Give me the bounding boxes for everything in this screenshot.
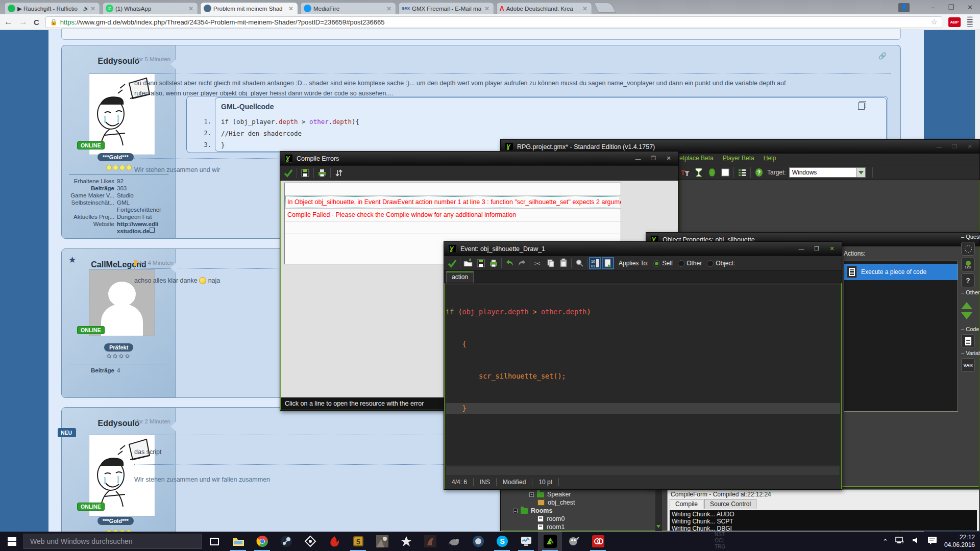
taskbar-gamemaker[interactable] [538, 532, 562, 551]
tree-item-speaker[interactable]: +Speaker [506, 490, 659, 498]
tray-network-icon[interactable] [895, 536, 905, 546]
dropdown-arrow-icon[interactable] [856, 168, 865, 177]
tab-adobe[interactable]: A Adobe Deutschland: Krea ✕ [496, 2, 592, 14]
taskbar-chrome[interactable] [250, 532, 274, 551]
chrome-menu-icon[interactable]: ☰☰☰ [967, 18, 976, 26]
menu-player[interactable]: Player Beta [723, 155, 754, 165]
tree-scrollbar[interactable] [655, 490, 662, 531]
list-icon[interactable] [737, 167, 747, 178]
target-select[interactable]: Windows [789, 167, 866, 178]
copy-code-icon[interactable] [858, 103, 865, 110]
tray-notification-icon[interactable] [927, 536, 938, 547]
execute-code-icon[interactable] [961, 334, 975, 348]
print-icon[interactable] [488, 258, 499, 268]
object-icon[interactable] [707, 167, 717, 178]
minimize-button[interactable]: – [931, 4, 935, 11]
line-numbers-toggle[interactable]: 1001 [590, 258, 600, 268]
tab-close-icon[interactable]: ✕ [483, 5, 491, 12]
redo-icon[interactable] [517, 258, 527, 268]
tab-source-control[interactable]: Source Control [704, 499, 756, 509]
maximize-button[interactable]: ❐ [949, 143, 960, 150]
radio-self[interactable]: Self [653, 260, 673, 267]
tab-gmx[interactable]: GMX GMX Freemail - E-Mail ma ✕ [398, 2, 494, 14]
minimize-button[interactable]: — [934, 144, 945, 150]
action-tab[interactable]: action [446, 271, 474, 283]
tree-item-obj-chest[interactable]: obj_chest [506, 498, 659, 507]
tab-whatsapp[interactable]: ✆ (1) WhatsApp ✕ [102, 2, 198, 14]
close-button[interactable]: ✕ [964, 143, 975, 150]
tree-item-rooms[interactable]: –Rooms [506, 507, 659, 515]
check-icon[interactable] [447, 258, 457, 268]
tab-close-icon[interactable]: ✕ [89, 5, 96, 12]
minimize-button[interactable]: — [796, 246, 807, 252]
tray-clock[interactable]: 22:1204.06.2016 [944, 534, 975, 549]
room-icon[interactable] [720, 167, 730, 178]
tab-close-icon[interactable]: ✕ [287, 5, 295, 12]
radio-object[interactable]: Object: [707, 260, 735, 267]
url-bar[interactable]: 🔒 https://www.gm-d.de/wbb/index.php/Thre… [45, 16, 942, 28]
taskbar-adobe-cc[interactable] [586, 532, 610, 551]
taskbar-explorer[interactable] [226, 532, 250, 551]
save-icon[interactable] [300, 168, 310, 178]
task-view-button[interactable] [202, 532, 226, 551]
taskbar-skype[interactable]: S [490, 532, 514, 551]
check-icon[interactable] [283, 168, 293, 178]
start-button[interactable] [0, 532, 23, 551]
paste-icon[interactable] [558, 258, 569, 268]
end-block-icon[interactable] [961, 312, 972, 325]
maximize-button[interactable]: ❐ [648, 155, 659, 162]
search-icon[interactable] [574, 258, 584, 268]
event-titlebar[interactable]: Event: obj_silhouette_Draw_1 — ❐ ✕ [444, 242, 842, 256]
maximize-button[interactable]: ❐ [948, 4, 954, 11]
tab-spotify[interactable]: ▶ Rauschgift - Ruffictio 🔊 ✕ [4, 2, 100, 14]
test-variable-icon[interactable]: 123 [961, 258, 975, 271]
code-editor[interactable]: if (obj_player.depth > other.depth) { sc… [446, 285, 840, 465]
font-icon[interactable]: TT [680, 167, 691, 178]
horizontal-scrollbar[interactable] [446, 466, 840, 476]
close-button[interactable]: ✕ [967, 4, 973, 11]
adblock-icon[interactable]: ABP [948, 17, 961, 27]
close-button[interactable]: ✕ [663, 155, 674, 162]
print-icon[interactable] [317, 168, 327, 178]
start-block-icon[interactable] [961, 296, 972, 309]
minimize-button[interactable]: — [632, 156, 644, 162]
radio-other[interactable]: Other [678, 260, 702, 267]
tab-mediafire[interactable]: MediaFire ✕ [300, 2, 396, 14]
menu-marketplace[interactable]: etplace Beta [679, 155, 714, 165]
tab-forum-active[interactable]: Problem mit meinem Shad ✕ [200, 2, 298, 14]
taskbar-gold5-game[interactable]: 5 [346, 532, 370, 551]
tray-chevron-icon[interactable]: ⌃ [883, 538, 888, 545]
sort-icon[interactable] [334, 168, 344, 178]
taskbar-monitor-tool[interactable] [514, 532, 538, 551]
tab-close-icon[interactable]: ✕ [581, 5, 589, 12]
browser-scrollbar[interactable] [975, 30, 980, 144]
maximize-button[interactable]: ❐ [811, 245, 822, 252]
compile-errors-titlebar[interactable]: Compile Errors — ❐ ✕ [280, 152, 678, 165]
new-tab-button[interactable] [594, 3, 616, 13]
undo-icon[interactable] [504, 258, 514, 268]
taskbar-division[interactable] [298, 532, 322, 551]
action-execute-code[interactable]: Execute a piece of code [844, 264, 958, 280]
forward-button[interactable]: → [19, 17, 28, 27]
permalink-icon[interactable]: 🔗 [878, 52, 887, 60]
taskbar-gimp[interactable] [562, 532, 586, 551]
tab-close-icon[interactable]: ✕ [385, 5, 393, 12]
cut-icon[interactable]: ✂ [533, 258, 543, 268]
taskbar-search[interactable]: Web und Windows durchsuchen [23, 534, 202, 549]
open-icon[interactable] [463, 258, 473, 268]
taskbar-steam[interactable] [274, 532, 298, 551]
taskbar-mouse-game[interactable] [442, 532, 466, 551]
question-icon[interactable]: ? [961, 273, 975, 287]
taskbar-dyinglight[interactable] [418, 532, 442, 551]
timeline-icon[interactable] [694, 167, 704, 178]
tray-volume-icon[interactable] [912, 536, 921, 546]
tab-close-icon[interactable]: ✕ [187, 5, 194, 12]
scroll-down-arrow[interactable] [656, 525, 660, 530]
help-icon[interactable]: ? [754, 167, 764, 178]
close-button[interactable]: ✕ [826, 245, 838, 252]
save-icon[interactable] [476, 258, 486, 268]
tree-item-room0[interactable]: room0 [506, 515, 659, 523]
question-circle-icon[interactable] [961, 242, 975, 256]
code-view-toggle[interactable] [603, 258, 613, 268]
tree-item-room1[interactable]: room1 [506, 523, 659, 531]
